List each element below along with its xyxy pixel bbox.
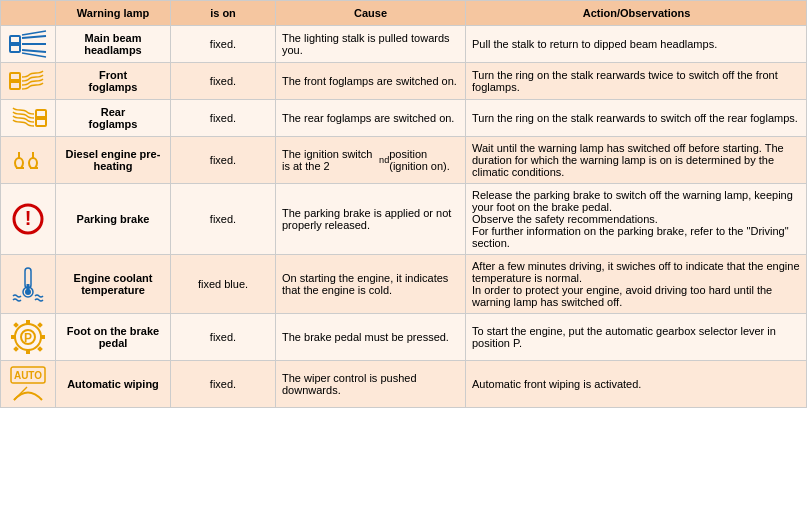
foot-brake-action: To start the engine, put the automatic g…	[466, 314, 807, 360]
table-header: Warning lamp is on Cause Action/Observat…	[0, 0, 807, 26]
svg-line-4	[22, 50, 46, 52]
svg-rect-24	[37, 322, 43, 328]
diesel-engine-ison: fixed.	[171, 137, 276, 183]
engine-coolant-action: After a few minutes driving, it swiches …	[466, 255, 807, 313]
auto-wiping-label: Automatic wiping	[56, 361, 171, 407]
main-beam-label: Main beamheadlamps	[56, 26, 171, 62]
foot-on-brake-pedal-icon: P	[1, 314, 56, 360]
svg-line-3	[22, 36, 46, 38]
engine-coolant-temperature-icon	[1, 255, 56, 313]
header-action: Action/Observations	[466, 1, 807, 25]
row-diesel-engine: Diesel engine pre-heating fixed. The ign…	[0, 137, 807, 184]
front-foglamps-cause: The front foglamps are switched on.	[276, 63, 466, 99]
auto-wiping-ison: fixed.	[171, 361, 276, 407]
svg-text:P: P	[24, 331, 32, 345]
svg-rect-26	[37, 346, 43, 352]
svg-rect-10	[36, 116, 46, 120]
warning-lamp-table: Warning lamp is on Cause Action/Observat…	[0, 0, 807, 408]
svg-line-5	[22, 31, 46, 35]
main-beam-headlamps-icon	[1, 26, 56, 62]
row-main-beam: Main beamheadlamps fixed. The lighting s…	[0, 26, 807, 63]
diesel-engine-action: Wait until the warning lamp has switched…	[466, 137, 807, 183]
main-beam-cause: The lighting stalk is pulled towards you…	[276, 26, 466, 62]
foot-brake-cause: The brake pedal must be pressed.	[276, 314, 466, 360]
diesel-engine-label: Diesel engine pre-heating	[56, 137, 171, 183]
front-foglamps-ison: fixed.	[171, 63, 276, 99]
svg-rect-22	[40, 335, 45, 339]
header-cause: Cause	[276, 1, 466, 25]
svg-rect-19	[26, 320, 30, 325]
engine-coolant-ison: fixed blue.	[171, 255, 276, 313]
rear-foglamps-label: Rearfoglamps	[56, 100, 171, 136]
foot-brake-label: Foot on the brake pedal	[56, 314, 171, 360]
parking-brake-ison: fixed.	[171, 184, 276, 254]
parking-brake-label: Parking brake	[56, 184, 171, 254]
parking-brake-cause: The parking brake is applied or not prop…	[276, 184, 466, 254]
diesel-engine-preheating-icon	[1, 137, 56, 183]
row-rear-foglamps: Rearfoglamps fixed. The rear foglamps ar…	[0, 100, 807, 137]
svg-rect-1	[10, 42, 20, 46]
foot-brake-ison: fixed.	[171, 314, 276, 360]
rear-foglamps-cause: The rear foglamps are switched on.	[276, 100, 466, 136]
row-front-foglamps: Frontfoglamps fixed. The front foglamps …	[0, 63, 807, 100]
svg-rect-8	[10, 79, 20, 83]
svg-rect-25	[13, 346, 19, 352]
header-is-on: is on	[171, 1, 276, 25]
front-foglamps-label: Frontfoglamps	[56, 63, 171, 99]
engine-coolant-label: Engine coolant temperature	[56, 255, 171, 313]
front-foglamps-icon	[1, 63, 56, 99]
row-auto-wiping: AUTO Automatic wiping fixed. The wiper c…	[0, 361, 807, 408]
engine-coolant-cause: On starting the engine, it indicates tha…	[276, 255, 466, 313]
svg-point-16	[25, 289, 31, 295]
rear-foglamps-action: Turn the ring on the stalk rearwards to …	[466, 100, 807, 136]
svg-text:!: !	[25, 207, 32, 229]
row-foot-brake: P Foot on the brake pedal fixed. The bra…	[0, 314, 807, 361]
front-foglamps-action: Turn the ring on the stalk rearwards twi…	[466, 63, 807, 99]
diesel-engine-cause: The ignition switch is at the 2nd positi…	[276, 137, 466, 183]
svg-text:AUTO: AUTO	[14, 370, 42, 381]
svg-rect-20	[26, 349, 30, 354]
main-beam-ison: fixed.	[171, 26, 276, 62]
header-warning-lamp: Warning lamp	[56, 1, 171, 25]
row-parking-brake: ! Parking brake fixed. The parking brake…	[0, 184, 807, 255]
parking-brake-icon: !	[1, 184, 56, 254]
rear-foglamps-icon	[1, 100, 56, 136]
main-beam-action: Pull the stalk to return to dipped beam …	[466, 26, 807, 62]
automatic-wiping-icon: AUTO	[1, 361, 56, 407]
parking-brake-action: Release the parking brake to switch off …	[466, 184, 807, 254]
row-engine-coolant: Engine coolant temperature fixed blue. O…	[0, 255, 807, 314]
header-icon-col	[1, 1, 56, 25]
auto-wiping-cause: The wiper control is pushed downwards.	[276, 361, 466, 407]
rear-foglamps-ison: fixed.	[171, 100, 276, 136]
auto-wiping-action: Automatic front wiping is activated.	[466, 361, 807, 407]
svg-line-6	[22, 53, 46, 57]
svg-rect-23	[13, 322, 19, 328]
svg-rect-21	[11, 335, 16, 339]
